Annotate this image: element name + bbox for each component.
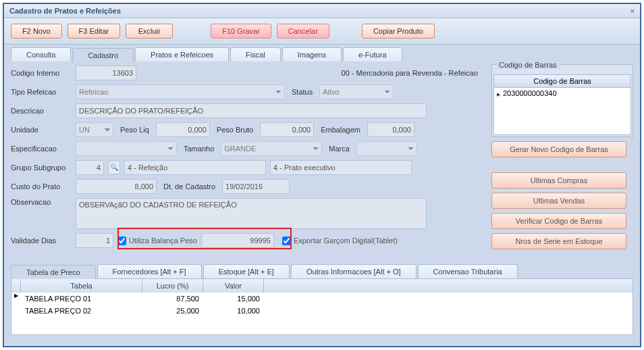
barcode-list: 2030000000340 [493, 88, 631, 135]
grid-row[interactable]: TABELA PREÇO 02 25,000 10,000 [11, 305, 633, 317]
grid-header: Tabela Lucro (%) Valor [11, 279, 633, 293]
form-area: Codigo Interno 00 - Mercadoria para Reve… [4, 61, 640, 264]
validade-dias-field[interactable] [76, 233, 113, 248]
barcode-fieldset-title: Codigo de Barras [496, 61, 560, 69]
verificar-codigo-button[interactable]: Verificar Codigo de Barras [491, 213, 626, 229]
close-icon[interactable]: × [630, 7, 635, 15]
label-validade-dias: Validade Dias [11, 236, 72, 245]
highlight-box [117, 228, 292, 249]
label-embalagem: Embalagem [318, 126, 363, 134]
label-custo-prato: Custo do Prato [11, 182, 72, 191]
marca-select[interactable] [356, 141, 417, 156]
custo-prato-field[interactable] [76, 179, 157, 194]
subtab-estoque[interactable]: Estoque [Alt + E] [203, 264, 290, 278]
tipo-refeicao-select[interactable]: Refeicao [76, 84, 285, 99]
exportar-garcom-checkbox[interactable]: Exportar Garçom Digital(Tablet) [282, 236, 398, 245]
cell-valor: 15,000 [203, 293, 264, 305]
toolbar: F2 Novo F3 Editar Excluir F10 Gravar Can… [4, 18, 640, 45]
cell-valor: 10,000 [203, 305, 264, 317]
grupo-num-field[interactable] [76, 160, 104, 175]
cell-tabela: TABELA PREÇO 01 [21, 293, 142, 305]
label-observacao: Observacao [11, 198, 72, 206]
tab-efutura[interactable]: e-Futura [343, 47, 402, 61]
subtab-fornecedores[interactable]: Fornecedores [Alt + F] [97, 264, 202, 278]
cell-tabela: TABELA PREÇO 02 [21, 305, 142, 317]
label-marca: Marca [326, 145, 352, 153]
tab-consulta[interactable]: Consulta [11, 47, 71, 61]
ultimas-compras-button[interactable]: Ultimas Compras [491, 172, 626, 189]
grupo-desc-field[interactable] [124, 160, 266, 175]
label-tipo-refeicao: Tipo Refeicao [11, 88, 72, 96]
peso-bruto-field[interactable] [260, 122, 314, 137]
tab-cadastro[interactable]: Cadastro [72, 48, 134, 62]
search-icon[interactable]: 🔍 [108, 161, 120, 174]
barcode-fieldset: Codigo de Barras Codigo de Barras 203000… [491, 64, 633, 137]
label-dt-cadastro: Dt. de Cadastro [161, 182, 218, 191]
label-unidade: Unidade [11, 126, 72, 134]
label-status: Status [289, 88, 315, 96]
editar-button[interactable]: F3 Editar [68, 24, 121, 39]
price-grid: Tabela Lucro (%) Valor TABELA PREÇO 01 8… [11, 278, 633, 335]
tab-imagens[interactable]: Imagens [282, 47, 342, 61]
window-title: Cadastro de Pratos e Refeições [9, 7, 121, 15]
label-codigo-interno: Codigo Interno [11, 69, 72, 77]
codigo-interno-field[interactable] [76, 66, 136, 80]
observacao-field[interactable]: OBSERVAçãO DO CADASTRO DE REFEIÇÃO [76, 198, 427, 229]
subgrupo-desc-field[interactable] [270, 160, 412, 175]
label-peso-bruto: Peso Bruto [214, 126, 256, 134]
embalagem-field[interactable] [367, 122, 414, 137]
label-especificacao: Especificacao [11, 145, 72, 153]
app-window: Cadastro de Pratos e Refeições × F2 Novo… [3, 3, 641, 347]
excluir-button[interactable]: Excluir [126, 24, 173, 39]
label-tamanho: Tamanho [181, 145, 217, 153]
novo-button[interactable]: F2 Novo [11, 24, 62, 39]
gerar-codigo-button[interactable]: Gerar Novo Codigo de Barras [491, 141, 626, 157]
subtab-outras[interactable]: Outras Informacoes [Alt + O] [291, 264, 417, 278]
peso-liq-field[interactable] [156, 122, 210, 137]
subtab-conversao[interactable]: Conversao Tributaria [418, 264, 518, 278]
right-panel: Codigo de Barras Codigo de Barras 203000… [491, 64, 633, 253]
barcode-row[interactable]: 2030000000340 [497, 89, 628, 97]
gravar-button[interactable]: F10 Gravar [211, 24, 271, 39]
main-tabs: Consulta Cadastro Pratos e Refeicoes Fis… [4, 45, 640, 61]
col-lucro: Lucro (%) [142, 279, 203, 293]
barcode-column-header: Codigo de Barras [493, 74, 631, 88]
cancelar-button[interactable]: Cancelar [277, 24, 329, 39]
tab-fiscal[interactable]: Fiscal [230, 47, 281, 61]
status-select[interactable]: Ativo [319, 84, 394, 99]
exportar-garcom-label: Exportar Garçom Digital(Tablet) [294, 236, 398, 245]
especificacao-select[interactable] [76, 141, 177, 156]
copiar-produto-button[interactable]: Copiar Produto [362, 24, 435, 39]
mercadoria-text: 00 - Mercadoria para Revenda - Refeicao [342, 69, 478, 77]
sub-tabs: Tabela de Preco Fornecedores [Alt + F] E… [4, 264, 640, 278]
ultimas-vendas-button[interactable]: Ultimas Vendas [491, 193, 626, 209]
cell-lucro: 87,500 [142, 293, 203, 305]
col-valor: Valor [203, 279, 264, 293]
label-descricao: Descricao [11, 107, 72, 115]
col-tabela: Tabela [21, 279, 142, 293]
cell-lucro: 25,000 [142, 305, 203, 317]
label-peso-liq: Peso Liq [117, 126, 152, 134]
descricao-field[interactable] [76, 103, 427, 118]
title-bar: Cadastro de Pratos e Refeições × [4, 4, 640, 18]
label-grupo-subgrupo: Grupo Subgrupo [11, 164, 72, 172]
nros-serie-button[interactable]: Nros de Serie em Estoque [491, 233, 626, 249]
grid-row[interactable]: TABELA PREÇO 01 87,500 15,000 [11, 293, 633, 305]
unidade-select[interactable]: UN [76, 122, 113, 137]
dt-cadastro-field[interactable] [222, 179, 290, 194]
tab-pratos[interactable]: Pratos e Refeicoes [135, 47, 229, 61]
tamanho-select[interactable]: GRANDE [221, 141, 322, 156]
subtab-tabela-preco[interactable]: Tabela de Preco [11, 265, 96, 279]
